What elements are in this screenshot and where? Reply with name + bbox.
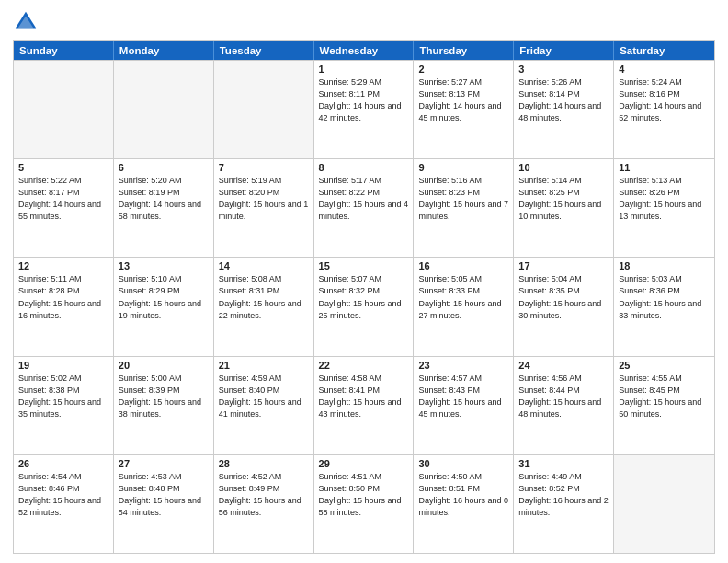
- calendar-cell: 28Sunrise: 4:52 AM Sunset: 8:49 PM Dayli…: [214, 455, 314, 553]
- calendar-cell: 7Sunrise: 5:19 AM Sunset: 8:20 PM Daylig…: [214, 159, 314, 257]
- day-number: 2: [418, 63, 508, 75]
- calendar-cell: 26Sunrise: 4:54 AM Sunset: 8:46 PM Dayli…: [14, 455, 114, 553]
- calendar-cell: 4Sunrise: 5:24 AM Sunset: 8:16 PM Daylig…: [614, 61, 714, 158]
- cell-info: Sunrise: 5:05 AM Sunset: 8:33 PM Dayligh…: [418, 273, 508, 321]
- day-number: 10: [518, 162, 609, 173]
- weekday-header: Tuesday: [214, 41, 314, 60]
- day-number: 27: [119, 458, 209, 469]
- calendar: SundayMondayTuesdayWednesdayThursdayFrid…: [13, 40, 715, 554]
- calendar-week-row: 1Sunrise: 5:29 AM Sunset: 8:11 PM Daylig…: [14, 60, 714, 158]
- calendar-cell: 17Sunrise: 5:04 AM Sunset: 8:35 PM Dayli…: [514, 258, 614, 355]
- day-number: 19: [18, 360, 108, 371]
- cell-info: Sunrise: 4:52 AM Sunset: 8:49 PM Dayligh…: [219, 471, 309, 519]
- day-number: 1: [319, 63, 409, 75]
- cell-info: Sunrise: 5:22 AM Sunset: 8:17 PM Dayligh…: [18, 175, 108, 223]
- day-number: 15: [319, 260, 409, 271]
- calendar-cell: 15Sunrise: 5:07 AM Sunset: 8:32 PM Dayli…: [314, 258, 415, 355]
- day-number: 7: [219, 162, 309, 173]
- calendar-cell: 23Sunrise: 4:57 AM Sunset: 8:43 PM Dayli…: [414, 357, 514, 454]
- calendar-body: 1Sunrise: 5:29 AM Sunset: 8:11 PM Daylig…: [14, 60, 714, 553]
- weekday-header: Saturday: [614, 41, 714, 60]
- calendar-cell: 13Sunrise: 5:10 AM Sunset: 8:29 PM Dayli…: [114, 258, 214, 355]
- day-number: 18: [619, 260, 710, 271]
- calendar-header-row: SundayMondayTuesdayWednesdayThursdayFrid…: [14, 41, 714, 60]
- weekday-header: Wednesday: [314, 41, 415, 60]
- weekday-header: Thursday: [414, 41, 514, 60]
- day-number: 31: [518, 458, 609, 469]
- calendar-cell: 25Sunrise: 4:55 AM Sunset: 8:45 PM Dayli…: [614, 357, 714, 454]
- cell-info: Sunrise: 5:26 AM Sunset: 8:14 PM Dayligh…: [518, 76, 609, 124]
- cell-info: Sunrise: 4:51 AM Sunset: 8:50 PM Dayligh…: [319, 471, 409, 519]
- calendar-cell: 5Sunrise: 5:22 AM Sunset: 8:17 PM Daylig…: [14, 159, 114, 257]
- cell-info: Sunrise: 4:50 AM Sunset: 8:51 PM Dayligh…: [418, 471, 508, 519]
- cell-info: Sunrise: 5:17 AM Sunset: 8:22 PM Dayligh…: [319, 175, 409, 223]
- day-number: 16: [418, 260, 508, 271]
- cell-info: Sunrise: 5:29 AM Sunset: 8:11 PM Dayligh…: [319, 76, 409, 124]
- header: [13, 9, 715, 35]
- page: SundayMondayTuesdayWednesdayThursdayFrid…: [0, 0, 728, 563]
- calendar-cell: 12Sunrise: 5:11 AM Sunset: 8:28 PM Dayli…: [14, 258, 114, 355]
- calendar-week-row: 26Sunrise: 4:54 AM Sunset: 8:46 PM Dayli…: [14, 454, 714, 553]
- calendar-cell: 8Sunrise: 5:17 AM Sunset: 8:22 PM Daylig…: [314, 159, 415, 257]
- weekday-header: Monday: [114, 41, 214, 60]
- day-number: 22: [319, 360, 409, 371]
- day-number: 20: [119, 360, 209, 371]
- calendar-cell: 9Sunrise: 5:16 AM Sunset: 8:23 PM Daylig…: [414, 159, 514, 257]
- weekday-header: Sunday: [14, 41, 114, 60]
- calendar-cell: 31Sunrise: 4:49 AM Sunset: 8:52 PM Dayli…: [514, 455, 614, 553]
- calendar-cell: [614, 455, 714, 553]
- cell-info: Sunrise: 4:55 AM Sunset: 8:45 PM Dayligh…: [619, 373, 710, 420]
- cell-info: Sunrise: 4:57 AM Sunset: 8:43 PM Dayligh…: [418, 373, 508, 420]
- logo: [13, 9, 42, 35]
- calendar-cell: 10Sunrise: 5:14 AM Sunset: 8:25 PM Dayli…: [514, 159, 614, 257]
- calendar-cell: 30Sunrise: 4:50 AM Sunset: 8:51 PM Dayli…: [414, 455, 514, 553]
- cell-info: Sunrise: 4:49 AM Sunset: 8:52 PM Dayligh…: [518, 471, 609, 519]
- day-number: 28: [219, 458, 309, 469]
- day-number: 21: [219, 360, 309, 371]
- calendar-cell: 3Sunrise: 5:26 AM Sunset: 8:14 PM Daylig…: [514, 61, 614, 158]
- day-number: 12: [18, 260, 108, 271]
- calendar-cell: 24Sunrise: 4:56 AM Sunset: 8:44 PM Dayli…: [514, 357, 614, 454]
- cell-info: Sunrise: 5:11 AM Sunset: 8:28 PM Dayligh…: [18, 273, 108, 321]
- calendar-cell: 11Sunrise: 5:13 AM Sunset: 8:26 PM Dayli…: [614, 159, 714, 257]
- cell-info: Sunrise: 4:56 AM Sunset: 8:44 PM Dayligh…: [518, 373, 609, 420]
- day-number: 3: [518, 63, 609, 75]
- calendar-cell: 29Sunrise: 4:51 AM Sunset: 8:50 PM Dayli…: [314, 455, 415, 553]
- calendar-cell: 22Sunrise: 4:58 AM Sunset: 8:41 PM Dayli…: [314, 357, 415, 454]
- day-number: 13: [119, 260, 209, 271]
- calendar-cell: [14, 61, 114, 158]
- calendar-cell: 2Sunrise: 5:27 AM Sunset: 8:13 PM Daylig…: [414, 61, 514, 158]
- day-number: 8: [319, 162, 409, 173]
- day-number: 11: [619, 162, 710, 173]
- calendar-week-row: 12Sunrise: 5:11 AM Sunset: 8:28 PM Dayli…: [14, 257, 714, 355]
- calendar-cell: 18Sunrise: 5:03 AM Sunset: 8:36 PM Dayli…: [614, 258, 714, 355]
- calendar-cell: 27Sunrise: 4:53 AM Sunset: 8:48 PM Dayli…: [114, 455, 214, 553]
- calendar-week-row: 19Sunrise: 5:02 AM Sunset: 8:38 PM Dayli…: [14, 356, 714, 454]
- weekday-header: Friday: [514, 41, 614, 60]
- day-number: 30: [418, 458, 508, 469]
- cell-info: Sunrise: 5:16 AM Sunset: 8:23 PM Dayligh…: [418, 175, 508, 223]
- cell-info: Sunrise: 5:03 AM Sunset: 8:36 PM Dayligh…: [619, 273, 710, 321]
- calendar-cell: 20Sunrise: 5:00 AM Sunset: 8:39 PM Dayli…: [114, 357, 214, 454]
- cell-info: Sunrise: 5:07 AM Sunset: 8:32 PM Dayligh…: [319, 273, 409, 321]
- day-number: 25: [619, 360, 710, 371]
- day-number: 14: [219, 260, 309, 271]
- day-number: 4: [619, 63, 710, 75]
- day-number: 5: [18, 162, 108, 173]
- calendar-week-row: 5Sunrise: 5:22 AM Sunset: 8:17 PM Daylig…: [14, 158, 714, 257]
- calendar-cell: 6Sunrise: 5:20 AM Sunset: 8:19 PM Daylig…: [114, 159, 214, 257]
- day-number: 26: [18, 458, 108, 469]
- cell-info: Sunrise: 5:13 AM Sunset: 8:26 PM Dayligh…: [619, 175, 710, 223]
- cell-info: Sunrise: 5:14 AM Sunset: 8:25 PM Dayligh…: [518, 175, 609, 223]
- calendar-cell: 19Sunrise: 5:02 AM Sunset: 8:38 PM Dayli…: [14, 357, 114, 454]
- cell-info: Sunrise: 4:54 AM Sunset: 8:46 PM Dayligh…: [18, 471, 108, 519]
- calendar-cell: [114, 61, 214, 158]
- calendar-cell: 14Sunrise: 5:08 AM Sunset: 8:31 PM Dayli…: [214, 258, 314, 355]
- cell-info: Sunrise: 5:08 AM Sunset: 8:31 PM Dayligh…: [219, 273, 309, 321]
- cell-info: Sunrise: 5:20 AM Sunset: 8:19 PM Dayligh…: [119, 175, 209, 223]
- cell-info: Sunrise: 5:19 AM Sunset: 8:20 PM Dayligh…: [219, 175, 309, 223]
- day-number: 23: [418, 360, 508, 371]
- cell-info: Sunrise: 4:59 AM Sunset: 8:40 PM Dayligh…: [219, 373, 309, 420]
- cell-info: Sunrise: 5:24 AM Sunset: 8:16 PM Dayligh…: [619, 76, 710, 124]
- day-number: 17: [518, 260, 609, 271]
